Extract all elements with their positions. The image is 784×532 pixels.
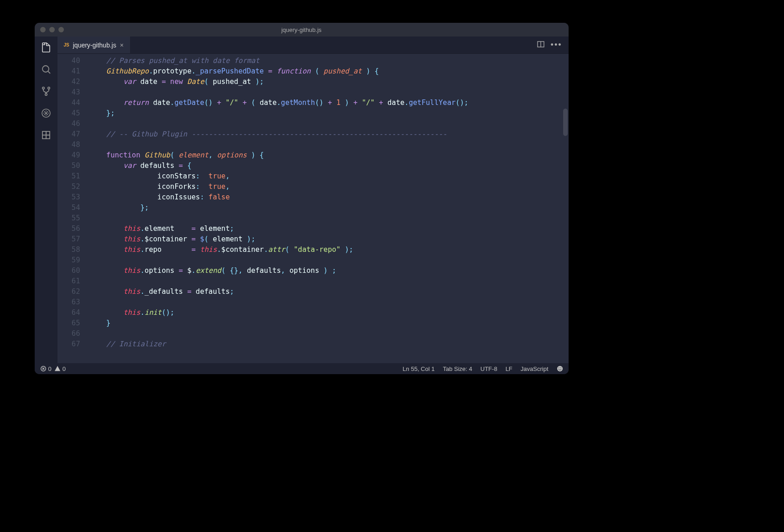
zoom-window-button[interactable] bbox=[58, 27, 64, 32]
line-number: 41 bbox=[57, 66, 80, 77]
code-line[interactable]: this._defaults = defaults; bbox=[89, 287, 569, 297]
scrollbar[interactable] bbox=[562, 54, 569, 363]
svg-rect-6 bbox=[42, 131, 46, 135]
line-number: 65 bbox=[57, 318, 80, 329]
line-number: 44 bbox=[57, 98, 80, 108]
code-line[interactable]: this.options = $.extend( {}, defaults, o… bbox=[89, 266, 569, 276]
window-title: jquery-github.js bbox=[281, 26, 321, 33]
titlebar: jquery-github.js bbox=[35, 23, 569, 37]
scrollbar-thumb[interactable] bbox=[563, 109, 568, 136]
extensions-icon[interactable] bbox=[40, 129, 52, 141]
code-line[interactable]: // Initializer bbox=[89, 339, 569, 349]
code-line[interactable]: }; bbox=[89, 203, 569, 213]
editor-window: jquery-github.js JS jque bbox=[35, 23, 569, 374]
line-number: 40 bbox=[57, 56, 80, 66]
line-number: 64 bbox=[57, 308, 80, 318]
svg-point-14 bbox=[558, 367, 559, 368]
eol-status[interactable]: LF bbox=[506, 365, 512, 372]
code-line[interactable]: this.init(); bbox=[89, 308, 569, 318]
feedback-icon[interactable] bbox=[557, 365, 563, 372]
line-number: 42 bbox=[57, 77, 80, 87]
warnings-status[interactable]: 0 bbox=[54, 365, 66, 372]
more-actions-icon[interactable]: ••• bbox=[551, 40, 562, 50]
svg-point-4 bbox=[45, 94, 47, 95]
code-line[interactable]: var date = new Date( pushed_at ); bbox=[89, 77, 569, 87]
line-number: 53 bbox=[57, 192, 80, 203]
code-line[interactable]: GithubRepo.prototype._parsePushedDate = … bbox=[89, 66, 569, 77]
svg-point-2 bbox=[42, 87, 44, 89]
close-window-button[interactable] bbox=[40, 27, 46, 32]
window-controls bbox=[40, 27, 64, 32]
code-line[interactable] bbox=[89, 119, 569, 129]
line-number: 60 bbox=[57, 266, 80, 276]
encoding-status[interactable]: UTF-8 bbox=[481, 365, 497, 372]
line-number: 48 bbox=[57, 140, 80, 150]
activity-bar bbox=[35, 37, 57, 363]
code-line[interactable]: }; bbox=[89, 108, 569, 119]
code-line[interactable]: // Parses pushed_at with date format bbox=[89, 56, 569, 66]
code-line[interactable]: var defaults = { bbox=[89, 161, 569, 171]
js-file-icon: JS bbox=[64, 42, 69, 47]
svg-line-1 bbox=[48, 71, 50, 73]
language-mode-status[interactable]: JavaScript bbox=[521, 365, 549, 372]
close-tab-icon[interactable]: × bbox=[120, 42, 124, 49]
code-line[interactable]: iconForks: true, bbox=[89, 182, 569, 192]
tab-size-status[interactable]: Tab Size: 4 bbox=[443, 365, 472, 372]
code-area[interactable]: // Parses pushed_at with date format Git… bbox=[89, 56, 569, 363]
code-line[interactable] bbox=[89, 276, 569, 287]
code-line[interactable]: function Github( element, options ) { bbox=[89, 150, 569, 161]
code-line[interactable] bbox=[89, 213, 569, 224]
svg-point-13 bbox=[557, 366, 562, 371]
code-line[interactable] bbox=[89, 255, 569, 266]
line-number: 52 bbox=[57, 182, 80, 192]
line-number: 67 bbox=[57, 339, 80, 349]
code-line[interactable]: this.repo = this.$container.attr( "data-… bbox=[89, 245, 569, 255]
svg-rect-9 bbox=[46, 135, 50, 139]
line-number: 51 bbox=[57, 171, 80, 182]
line-number: 57 bbox=[57, 234, 80, 245]
code-line[interactable]: // -- Github Plugin --------------------… bbox=[89, 129, 569, 140]
source-control-icon[interactable] bbox=[40, 85, 52, 98]
code-line[interactable]: iconStars: true, bbox=[89, 171, 569, 182]
code-line[interactable] bbox=[89, 297, 569, 308]
line-number: 50 bbox=[57, 161, 80, 171]
line-number: 45 bbox=[57, 108, 80, 119]
line-number: 63 bbox=[57, 297, 80, 308]
code-line[interactable] bbox=[89, 140, 569, 150]
code-line[interactable] bbox=[89, 87, 569, 98]
status-bar: 0 0 Ln 55, Col 1 Tab Size: 4 UTF-8 LF Ja… bbox=[35, 363, 569, 374]
explorer-icon[interactable] bbox=[40, 41, 52, 54]
line-number: 66 bbox=[57, 329, 80, 339]
tab-actions: ••• bbox=[537, 37, 569, 53]
errors-status[interactable]: 0 bbox=[40, 365, 52, 372]
svg-point-15 bbox=[560, 367, 561, 368]
tab-jquery-github[interactable]: JS jquery-github.js × bbox=[57, 37, 130, 53]
line-number: 59 bbox=[57, 255, 80, 266]
search-icon[interactable] bbox=[40, 63, 52, 76]
tab-label: jquery-github.js bbox=[73, 42, 116, 49]
code-line[interactable]: return date.getDate() + "/" + ( date.get… bbox=[89, 98, 569, 108]
code-line[interactable] bbox=[89, 329, 569, 339]
line-number: 55 bbox=[57, 213, 80, 224]
code-line[interactable]: this.$container = $( element ); bbox=[89, 234, 569, 245]
split-editor-icon[interactable] bbox=[537, 41, 544, 50]
editor-area: JS jquery-github.js × ••• 40414243444546… bbox=[57, 37, 569, 363]
line-number: 49 bbox=[57, 150, 80, 161]
debug-icon[interactable] bbox=[40, 107, 52, 120]
svg-rect-7 bbox=[46, 131, 50, 135]
tabs-bar: JS jquery-github.js × ••• bbox=[57, 37, 569, 54]
errors-count: 0 bbox=[48, 365, 52, 372]
code-line[interactable]: iconIssues: false bbox=[89, 192, 569, 203]
svg-rect-8 bbox=[42, 135, 46, 139]
editor-content[interactable]: 4041424344454647484950515253545556575859… bbox=[57, 54, 569, 363]
minimize-window-button[interactable] bbox=[49, 27, 55, 32]
line-number: 46 bbox=[57, 119, 80, 129]
line-number: 56 bbox=[57, 224, 80, 234]
main-area: JS jquery-github.js × ••• 40414243444546… bbox=[35, 37, 569, 363]
cursor-position-status[interactable]: Ln 55, Col 1 bbox=[402, 365, 434, 372]
line-number: 62 bbox=[57, 287, 80, 297]
line-number: 54 bbox=[57, 203, 80, 213]
code-line[interactable]: } bbox=[89, 318, 569, 329]
code-line[interactable]: this.element = element; bbox=[89, 224, 569, 234]
line-number: 43 bbox=[57, 87, 80, 98]
